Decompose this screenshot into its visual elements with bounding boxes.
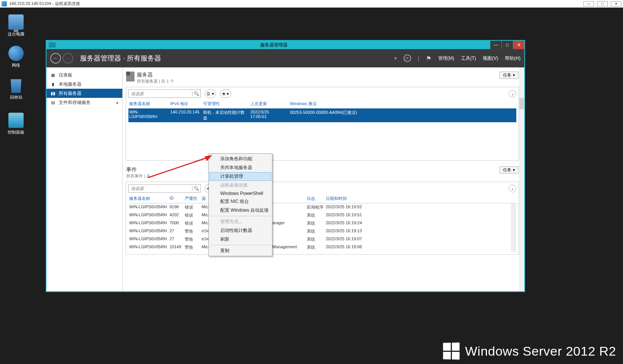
- desktop-icon-label: 控制面板: [8, 130, 24, 134]
- col-id[interactable]: ID: [170, 196, 185, 201]
- expand-button[interactable]: ⌄: [509, 185, 516, 192]
- tasks-dropdown[interactable]: 任务 ▾: [500, 72, 519, 79]
- server-row[interactable]: WIN-LGIPS6V05RH 140.210.20.145 联机 - 未启动性…: [128, 109, 516, 122]
- breadcrumb: 服务器管理器 · 所有服务器: [80, 54, 161, 63]
- minimize-button[interactable]: —: [490, 41, 501, 49]
- cell-dt: 2022/3/25 16:19:52: [326, 204, 510, 210]
- search-icon[interactable]: 🔍: [192, 91, 200, 96]
- nav-back-button[interactable]: ←: [50, 53, 61, 64]
- cell-sev: 警告: [185, 236, 202, 242]
- col-activation[interactable]: Windows 激活: [290, 101, 516, 107]
- filter-input[interactable]: [129, 185, 192, 192]
- context-menu-item[interactable]: 刷新: [210, 235, 271, 244]
- windows-logo-icon: [443, 343, 460, 360]
- col-severity[interactable]: 严重性: [185, 196, 202, 201]
- events-rows: WIN-LGIPS6V05RH8198错误Microsoft-Windows-S…: [128, 203, 516, 252]
- sidebar-item-all-servers[interactable]: ▮▮ 所有服务器: [46, 89, 122, 98]
- cell-dt: 2022/3/25 16:19:51: [326, 212, 510, 218]
- dropdown-indicator[interactable]: ▾: [394, 56, 397, 61]
- expand-button[interactable]: ⌄: [509, 90, 516, 97]
- context-menu-item[interactable]: Windows PowerShell: [210, 190, 271, 197]
- desktop-icon-this-pc[interactable]: 这台电脑: [2, 14, 30, 37]
- cell-ip: 140.210.20.145: [170, 110, 203, 121]
- scrollbar[interactable]: [519, 67, 524, 291]
- storage-icon: ▤: [50, 100, 56, 105]
- servers-panel: 服务器 所有服务器 | 共 1 个 任务 ▾ 🔍: [126, 70, 519, 161]
- event-row[interactable]: WIN-LGIPS6V05RH27警告e1iexpress系统2022/3/25…: [128, 235, 511, 243]
- col-manageability[interactable]: 可管理性: [203, 101, 250, 107]
- remote-desktop: 这台电脑 网络 回收站 控制面板 服务器管理器 — □ ✕ ← → 服务器管理器…: [0, 8, 623, 364]
- context-menu-item[interactable]: 复制: [210, 246, 271, 255]
- cell-name: WIN-LGIPS6V05RH: [129, 220, 170, 226]
- event-row[interactable]: WIN-LGIPS6V05RH27警告e1iexpress系统2022/3/25…: [128, 227, 511, 235]
- menu-manage[interactable]: 管理(M): [438, 55, 454, 62]
- cell-id: 8198: [170, 204, 185, 210]
- filter-input[interactable]: [129, 90, 192, 97]
- cell-upd: 2022/3/25 17:05:51: [250, 110, 290, 121]
- chevron-down-icon: ▾: [513, 73, 515, 78]
- context-menu-item[interactable]: 配置 Windows 自动反馈: [210, 206, 271, 215]
- save-dropdown[interactable]: ⬘ ▾: [220, 89, 231, 98]
- col-log[interactable]: 日志: [307, 196, 326, 201]
- menu-view[interactable]: 视图(V): [483, 55, 498, 62]
- event-row[interactable]: WIN-LGIPS6V05RH8198错误Microsoft-Windows-S…: [128, 203, 511, 211]
- context-menu-item[interactable]: 配置 NIC 组合: [210, 197, 271, 206]
- nav-forward-button[interactable]: →: [62, 53, 73, 64]
- menu-tools[interactable]: 工具(T): [461, 55, 476, 62]
- context-menu-item: 管理方式...: [210, 217, 271, 226]
- window-title: 服务器管理器: [58, 42, 490, 48]
- app-icon: [49, 42, 56, 48]
- col-server-name[interactable]: 服务器名称: [129, 196, 170, 201]
- rdp-maximize-button[interactable]: □: [597, 1, 608, 6]
- events-panel: 事件 所有事件 | 共 任务 ▾ 🔍: [126, 165, 519, 255]
- refresh-icon[interactable]: ⟳: [404, 54, 411, 62]
- rdp-titlebar: 140.210.20.145:51104 - 远程桌面连接 — □ ✕: [0, 0, 623, 8]
- maximize-button[interactable]: □: [501, 41, 513, 49]
- tasks-label: 任务: [503, 72, 511, 78]
- filter-input-wrapper[interactable]: 🔍: [128, 184, 201, 193]
- columns-dropdown[interactable]: ☰ ▾: [205, 89, 216, 98]
- cell-log: 系统: [307, 212, 326, 218]
- search-icon[interactable]: 🔍: [192, 186, 200, 191]
- cell-sev: 错误: [185, 204, 202, 210]
- cell-dt: 2022/3/25 16:18:06: [326, 244, 510, 250]
- col-datetime[interactable]: 日期和时间: [326, 196, 516, 201]
- event-row[interactable]: WIN-LGIPS6V05RH10149警告Microsoft-Windows-…: [128, 243, 511, 251]
- servers-panel-icon: [126, 72, 135, 81]
- context-menu-item[interactable]: 启动性能计数器: [210, 226, 271, 235]
- menu-separator: [210, 216, 271, 216]
- sidebar-item-dashboard[interactable]: ▦ 仪表板: [46, 70, 122, 80]
- cell-log: 应用程序: [307, 204, 326, 210]
- event-row[interactable]: WIN-LGIPS6V05RH4202错误Microsoft-Windows-I…: [128, 211, 511, 219]
- col-server-name[interactable]: 服务器名称: [129, 101, 170, 107]
- rdp-close-button[interactable]: ✕: [611, 1, 621, 6]
- cell-dt: 2022/3/25 16:19:24: [326, 220, 510, 226]
- desktop-icon-network[interactable]: 网络: [2, 46, 30, 68]
- servers-grid-header: 服务器名称 IPv4 地址 可管理性 上次更新 Windows 激活: [128, 99, 516, 109]
- col-ip[interactable]: IPv4 地址: [170, 101, 203, 107]
- scrollbar-thumb[interactable]: [511, 204, 516, 223]
- context-menu-item[interactable]: 添加角色和功能: [210, 155, 271, 163]
- sidebar-item-label: 仪表板: [59, 72, 72, 78]
- tasks-label: 任务: [503, 167, 511, 173]
- sidebar-item-local-server[interactable]: ▮ 本地服务器: [46, 80, 122, 89]
- context-menu-item[interactable]: 计算机管理: [210, 172, 271, 181]
- desktop-icon-label: 回收站: [10, 95, 22, 99]
- event-row[interactable]: WIN-LGIPS6V05RH7000错误Microsoft-Windows-S…: [128, 219, 511, 227]
- flag-icon[interactable]: ⚑: [426, 55, 431, 62]
- rdp-minimize-button[interactable]: —: [583, 1, 594, 6]
- tasks-dropdown[interactable]: 任务 ▾: [500, 166, 519, 174]
- col-last-update[interactable]: 上次更新: [250, 101, 290, 107]
- sidebar-item-file-storage[interactable]: ▤ 文件和存储服务 ▸: [46, 98, 122, 107]
- filter-input-wrapper[interactable]: 🔍: [128, 89, 201, 98]
- cell-log: 系统: [307, 236, 326, 242]
- context-menu-item[interactable]: 关闭本地服务器: [210, 163, 271, 172]
- desktop-icon-recycle-bin[interactable]: 回收站: [2, 78, 30, 100]
- window-titlebar[interactable]: 服务器管理器 — □ ✕: [46, 41, 524, 49]
- menu-help[interactable]: 帮助(H): [505, 55, 521, 62]
- close-button[interactable]: ✕: [513, 41, 524, 49]
- event-row[interactable]: WIN-LGIPS6V05RH27警告e1iexpress系统2022/3/25…: [128, 251, 511, 252]
- cell-sev: 警告: [185, 244, 202, 250]
- cell-name: WIN-LGIPS6V05RH: [129, 204, 170, 210]
- desktop-icon-control-panel[interactable]: 控制面板: [2, 113, 30, 135]
